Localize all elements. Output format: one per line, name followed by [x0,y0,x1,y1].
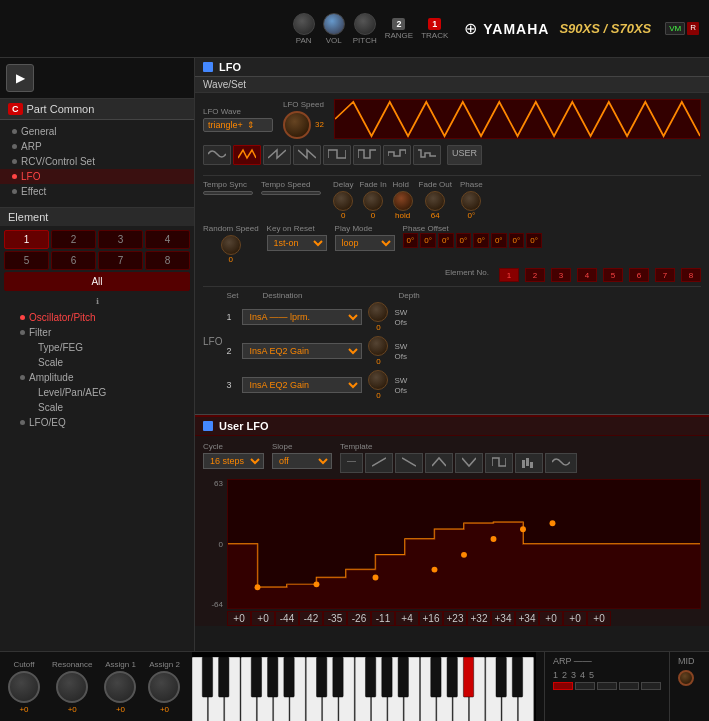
assign2-knob[interactable] [148,671,180,703]
arp-slot-2[interactable] [575,682,595,690]
key-on-reset-select[interactable]: 1st-on [267,235,327,251]
element-btn-all[interactable]: All [4,272,190,291]
sub-scale2[interactable]: Scale [8,400,186,415]
tmpl-btn-inv-tri[interactable] [455,453,483,473]
phase-offset-7[interactable]: 0° [509,233,525,248]
wave-btn-sine[interactable] [203,145,231,165]
wave-btn-saw-down[interactable] [293,145,321,165]
sidebar-item-rcv[interactable]: RCV/Control Set [0,154,194,169]
dest-select-2[interactable]: InsA EQ2 Gain [242,343,362,359]
phase-offset-4[interactable]: 0° [456,233,472,248]
play-button[interactable]: ▶ [6,64,34,92]
pitch-knob[interactable] [354,13,376,35]
delay-knob[interactable] [333,191,353,211]
resonance-knob[interactable] [56,671,88,703]
phase-offset-3[interactable]: 0° [438,233,454,248]
element-btn-5[interactable]: 5 [4,251,49,270]
depth-knob-2[interactable] [368,336,388,356]
gv-10[interactable]: +23 [443,611,467,626]
elem-no-1[interactable]: 1 [499,268,519,282]
wave-btn-user[interactable]: USER [447,145,482,165]
dest-select-3[interactable]: InsA EQ2 Gain [242,377,362,393]
lfo-graph[interactable] [227,479,701,609]
element-btn-8[interactable]: 8 [145,251,190,270]
tmpl-btn-triangle[interactable] [425,453,453,473]
gv-14[interactable]: +0 [539,611,563,626]
gv-11[interactable]: +32 [467,611,491,626]
tmpl-btn-flat[interactable]: — [340,453,363,473]
fade-out-knob[interactable] [425,191,445,211]
wave-btn-triangle[interactable] [233,145,261,165]
tmpl-btn-bars[interactable] [515,453,543,473]
tempo-sync-dropdown[interactable] [203,191,253,195]
hold-knob[interactable] [393,191,413,211]
cycle-select[interactable]: 16 steps [203,453,264,469]
slope-select[interactable]: off [272,453,332,469]
sub-typefeg[interactable]: Type/FEG [8,340,186,355]
lfo-speed-knob[interactable] [283,111,311,139]
sub-oscillator[interactable]: Oscillator/Pitch [8,310,186,325]
elem-no-5[interactable]: 5 [603,268,623,282]
depth-knob-1[interactable] [368,302,388,322]
arp-active[interactable] [553,682,573,690]
midi-knob[interactable] [678,670,694,686]
gv-13[interactable]: +34 [515,611,539,626]
wave-btn-square1[interactable] [323,145,351,165]
element-btn-2[interactable]: 2 [51,230,96,249]
tmpl-btn-square[interactable] [485,453,513,473]
phase-offset-8[interactable]: 0° [526,233,542,248]
gv-9[interactable]: +16 [419,611,443,626]
sidebar-item-general[interactable]: General [0,124,194,139]
sidebar-item-arp[interactable]: ARP [0,139,194,154]
phase-offset-2[interactable]: 0° [420,233,436,248]
gv-1[interactable]: +0 [227,611,251,626]
sidebar-item-effect[interactable]: Effect [0,184,194,199]
wave-btn-s-h1[interactable] [383,145,411,165]
gv-2[interactable]: +0 [251,611,275,626]
phase-knob[interactable] [461,191,481,211]
tmpl-btn-ramp-up2[interactable] [395,453,423,473]
fade-in-knob[interactable] [363,191,383,211]
arp-slot-5[interactable] [641,682,661,690]
sub-filter[interactable]: Filter [8,325,186,340]
assign1-knob[interactable] [104,671,136,703]
phase-offset-1[interactable]: 0° [403,233,419,248]
gv-7[interactable]: -11 [371,611,395,626]
wave-btn-s-h2[interactable] [413,145,441,165]
gv-3[interactable]: -44 [275,611,299,626]
element-btn-4[interactable]: 4 [145,230,190,249]
sub-lfoeq[interactable]: LFO/EQ [8,415,186,430]
wave-btn-saw-up[interactable] [263,145,291,165]
depth-knob-3[interactable] [368,370,388,390]
elem-no-2[interactable]: 2 [525,268,545,282]
phase-offset-6[interactable]: 0° [491,233,507,248]
elem-no-4[interactable]: 4 [577,268,597,282]
gv-12[interactable]: +34 [491,611,515,626]
element-btn-7[interactable]: 7 [98,251,143,270]
gv-8[interactable]: +4 [395,611,419,626]
sub-scale1[interactable]: Scale [8,355,186,370]
element-btn-3[interactable]: 3 [98,230,143,249]
sub-amplitude[interactable]: Amplitude [8,370,186,385]
arp-slot-4[interactable] [619,682,639,690]
element-btn-1[interactable]: 1 [4,230,49,249]
play-mode-select[interactable]: loop [335,235,395,251]
pan-knob[interactable] [293,13,315,35]
tempo-speed-dropdown[interactable] [261,191,321,195]
gv-15[interactable]: +0 [563,611,587,626]
wave-btn-square2[interactable] [353,145,381,165]
elem-no-8[interactable]: 8 [681,268,701,282]
lfo-wave-dropdown[interactable]: triangle+ ⇕ [203,118,273,132]
sidebar-item-lfo[interactable]: LFO [0,169,194,184]
sub-levelpan[interactable]: Level/Pan/AEG [8,385,186,400]
gv-5[interactable]: -35 [323,611,347,626]
elem-no-3[interactable]: 3 [551,268,571,282]
arp-slot-3[interactable] [597,682,617,690]
phase-offset-5[interactable]: 0° [473,233,489,248]
gv-16[interactable]: +0 [587,611,611,626]
elem-no-7[interactable]: 7 [655,268,675,282]
vol-knob[interactable] [323,13,345,35]
tmpl-btn-wave[interactable] [545,453,577,473]
element-btn-6[interactable]: 6 [51,251,96,270]
dest-select-1[interactable]: InsA —— lprm. [242,309,362,325]
